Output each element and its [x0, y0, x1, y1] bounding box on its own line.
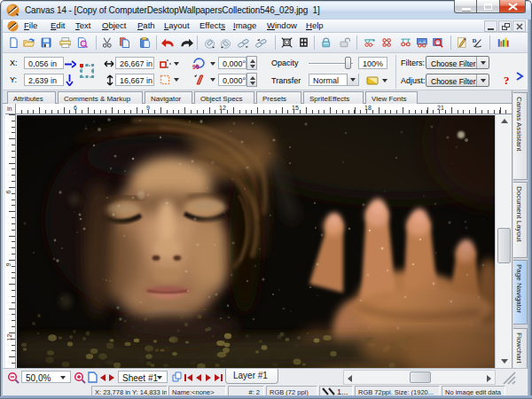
- svg-text:1...: 1...: [337, 387, 348, 395]
- svg-text:D: D: [472, 37, 476, 43]
- svg-text:90: 90: [192, 64, 200, 70]
